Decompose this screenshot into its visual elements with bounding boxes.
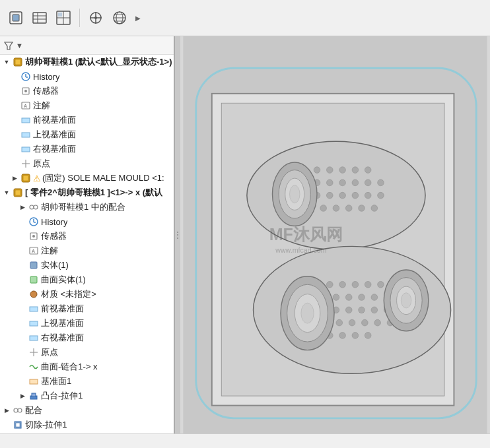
- svg-rect-57: [32, 393, 36, 397]
- svg-rect-52: [30, 336, 38, 340]
- toolbar-more-arrow[interactable]: ▶: [133, 12, 143, 24]
- svg-point-85: [320, 205, 327, 212]
- history1-icon: [20, 71, 32, 82]
- panel-resize-handle[interactable]: [175, 36, 180, 433]
- svg-point-88: [359, 205, 365, 212]
- svg-point-96: [365, 167, 371, 174]
- svg-rect-61: [16, 423, 20, 427]
- feature-tree[interactable]: ▼ 胡帅哥鞋模1 (默认<默认_显示状态-1>): [0, 55, 174, 433]
- svg-point-131: [339, 281, 346, 288]
- annotation1-expand: [11, 102, 18, 110]
- svg-point-116: [359, 307, 365, 313]
- tree-item-mate2[interactable]: ▶ 配合: [0, 403, 174, 418]
- toolbar-crosshair-icon[interactable]: [85, 7, 106, 28]
- tree-item-history1[interactable]: History: [0, 69, 174, 84]
- sole-label: (固定) SOLE MALE MOULD <1:: [42, 172, 164, 184]
- tree-item-right-plane2[interactable]: 右视基准面: [0, 331, 174, 345]
- history1-label: History: [33, 72, 59, 82]
- toolbar-globe-icon[interactable]: [109, 7, 130, 28]
- boss1-expand[interactable]: ▶: [18, 392, 26, 400]
- origin2-expand: [18, 348, 26, 356]
- component1-icon: [12, 187, 24, 199]
- 3d-model-svg: MF沐风网 www.mfcad.com: [180, 36, 490, 433]
- tree-item-sensor1[interactable]: 传感器: [0, 84, 174, 98]
- svg-point-72: [352, 179, 359, 186]
- tree-root[interactable]: ▼ 胡帅哥鞋模1 (默认<默认_显示状态-1>): [0, 55, 174, 69]
- root-expand-arrow[interactable]: ▼: [3, 58, 11, 66]
- tree-item-front-plane2[interactable]: 前视基准面: [0, 302, 174, 316]
- tree-item-origin1[interactable]: 原点: [0, 156, 174, 171]
- tree-item-sole-male-mould[interactable]: ▶ ⚠ (固定) SOLE MALE MOULD <1:: [0, 171, 174, 185]
- surface1-label: 曲面实体(1): [41, 274, 86, 286]
- tree-item-sensor2[interactable]: 传感器: [0, 229, 174, 243]
- mate2-icon: [12, 404, 24, 416]
- tree-item-front-plane[interactable]: 前视基准面: [0, 113, 174, 127]
- svg-text:MF沐风网: MF沐风网: [269, 225, 343, 243]
- material1-expand: [18, 290, 26, 298]
- svg-rect-48: [30, 276, 37, 283]
- toolbar-3d-icon[interactable]: [5, 7, 26, 28]
- tree-item-boss1[interactable]: ▶ 凸台-拉伸1: [0, 389, 174, 403]
- tree-item-annotation2[interactable]: A 注解: [0, 243, 174, 258]
- list-icon: [31, 9, 48, 26]
- tree-item-match1[interactable]: ▶ 胡帅哥鞋模1 中的配合: [0, 200, 174, 214]
- svg-point-95: [352, 167, 359, 174]
- 3d-viewport[interactable]: MF沐风网 www.mfcad.com: [180, 36, 490, 433]
- front-plane-expand: [11, 116, 18, 124]
- match1-expand[interactable]: ▶: [18, 203, 26, 211]
- main-content: ▼ ▼ 胡帅哥鞋模1 (默认<默认_显示状态-1>): [0, 36, 490, 433]
- 3d-box-icon: [7, 9, 24, 26]
- front-plane-icon: [20, 114, 32, 126]
- tree-item-solid1[interactable]: 实体(1): [0, 258, 174, 272]
- tree-item-top-plane[interactable]: 上视基准面: [0, 127, 174, 142]
- svg-rect-30: [22, 133, 30, 137]
- mate2-expand[interactable]: ▶: [3, 406, 11, 414]
- surface-chain-label: 曲面-链合1-> x: [41, 361, 98, 373]
- right-plane2-label: 右视基准面: [41, 332, 84, 344]
- svg-point-145: [301, 303, 314, 323]
- sensor2-expand: [18, 232, 26, 240]
- tree-item-surface-chain[interactable]: 曲面-链合1-> x: [0, 360, 174, 374]
- history2-expand: [18, 218, 26, 226]
- svg-text:www.mfcad.com: www.mfcad.com: [275, 246, 326, 254]
- toolbar-table-icon[interactable]: [53, 7, 74, 28]
- annotation2-icon: A: [28, 245, 40, 257]
- boss1-icon: [28, 390, 40, 402]
- top-plane-expand: [11, 131, 18, 139]
- tree-item-annotation1[interactable]: A 注解: [0, 98, 174, 113]
- svg-text:A: A: [32, 249, 35, 253]
- svg-point-93: [326, 167, 333, 174]
- surface1-icon: [28, 274, 40, 286]
- svg-point-124: [349, 319, 355, 326]
- svg-point-117: [371, 307, 378, 313]
- tree-item-material1[interactable]: 材质 <未指定>: [0, 287, 174, 302]
- tree-item-datum1[interactable]: 基准面1: [0, 374, 174, 389]
- svg-point-38: [30, 205, 34, 209]
- svg-point-80: [352, 192, 359, 199]
- svg-point-141: [365, 333, 371, 339]
- top-plane2-expand: [18, 319, 26, 327]
- tree-item-history2[interactable]: History: [0, 214, 174, 229]
- svg-point-82: [378, 192, 384, 199]
- tree-item-right-plane[interactable]: 右视基准面: [0, 142, 174, 156]
- viewport-content: MF沐风网 www.mfcad.com: [180, 36, 490, 433]
- material1-label: 材质 <未指定>: [41, 288, 96, 300]
- svg-point-140: [352, 333, 359, 339]
- svg-rect-31: [22, 147, 30, 152]
- tree-item-cut1[interactable]: 切除-拉伸1: [0, 418, 174, 432]
- tree-item-top-plane2[interactable]: 上视基准面: [0, 316, 174, 331]
- crosshair-icon: [87, 9, 104, 26]
- right-plane2-icon: [28, 332, 40, 344]
- boss1-label: 凸台-拉伸1: [41, 390, 83, 402]
- svg-point-123: [336, 319, 343, 326]
- component1-expand[interactable]: ▼: [3, 189, 11, 197]
- match1-label: 胡帅哥鞋模1 中的配合: [41, 201, 125, 213]
- svg-point-115: [345, 307, 352, 313]
- tree-item-component1[interactable]: ▼ [ 零件2^胡帅哥鞋模1 ]<1>-> x (默认: [0, 185, 174, 200]
- tree-item-surface1[interactable]: 曲面实体(1): [0, 272, 174, 287]
- cut1-expand: [3, 421, 11, 429]
- filter-icon: [4, 41, 13, 50]
- tree-item-origin2[interactable]: 原点: [0, 345, 174, 360]
- svg-point-100: [290, 185, 300, 203]
- toolbar-list-icon[interactable]: [29, 7, 50, 28]
